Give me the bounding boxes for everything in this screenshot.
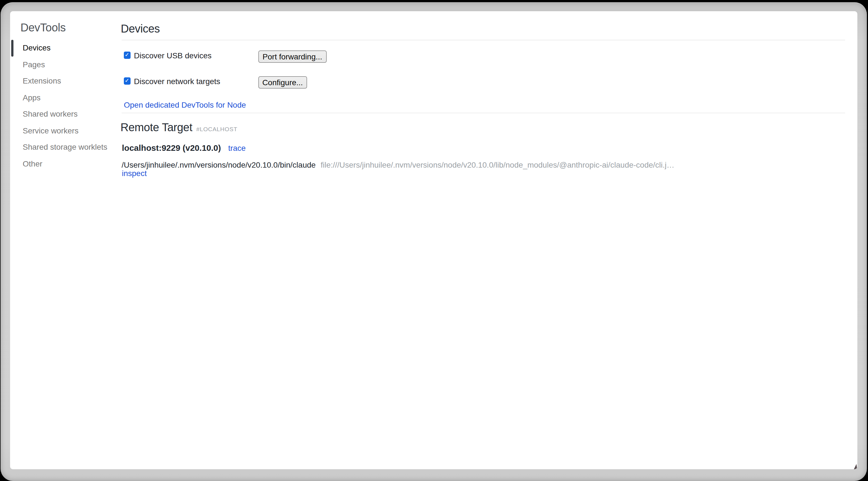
- remote-target-title: Remote Target: [121, 121, 192, 134]
- sidebar-item-extensions[interactable]: Extensions: [23, 75, 61, 86]
- target-path-row: /Users/jinhuilee/.nvm/versions/node/v20.…: [122, 160, 674, 169]
- section-divider: [121, 39, 845, 40]
- devtools-window: DevTools Devices Pages Extensions Apps S…: [10, 11, 857, 469]
- checkmark-icon: ✓: [125, 78, 129, 84]
- sidebar-item-service-workers[interactable]: Service workers: [23, 125, 79, 136]
- discover-usb-label[interactable]: Discover USB devices: [134, 51, 212, 60]
- discover-usb-checkbox[interactable]: ✓: [124, 52, 130, 59]
- localhost-tag: #LOCALHOST: [196, 126, 237, 132]
- trace-link[interactable]: trace: [228, 143, 246, 152]
- resize-cursor-artifact: [853, 464, 857, 469]
- section-divider: [121, 113, 845, 113]
- remote-target-header: Remote Target #LOCALHOST: [121, 121, 237, 134]
- sidebar-item-devices[interactable]: Devices: [23, 42, 51, 53]
- sidebar-title: DevTools: [21, 20, 66, 35]
- port-forwarding-button[interactable]: Port forwarding...: [258, 51, 327, 62]
- checkmark-icon: ✓: [125, 52, 129, 58]
- discover-network-label[interactable]: Discover network targets: [134, 77, 220, 86]
- sidebar-item-shared-workers[interactable]: Shared workers: [23, 108, 78, 119]
- target-name: localhost:9229 (v20.10.0): [122, 143, 221, 152]
- open-node-devtools-link[interactable]: Open dedicated DevTools for Node: [124, 100, 246, 109]
- discover-network-checkbox[interactable]: ✓: [124, 78, 130, 84]
- page-title: Devices: [121, 21, 160, 36]
- sidebar-item-apps[interactable]: Apps: [23, 92, 41, 103]
- module-url: file:///Users/jinhuilee/.nvm/versions/no…: [320, 160, 674, 169]
- configure-button[interactable]: Configure...: [258, 76, 307, 88]
- screen: DevTools Devices Pages Extensions Apps S…: [0, 0, 868, 481]
- target-row: localhost:9229 (v20.10.0) trace: [122, 143, 246, 152]
- process-path: /Users/jinhuilee/.nvm/versions/node/v20.…: [122, 160, 316, 169]
- inspect-link[interactable]: inspect: [122, 169, 147, 178]
- sidebar-item-other[interactable]: Other: [23, 158, 42, 169]
- sidebar-item-shared-storage-worklets[interactable]: Shared storage worklets: [23, 141, 107, 152]
- active-item-indicator: [11, 40, 13, 56]
- sidebar-item-pages[interactable]: Pages: [23, 59, 45, 70]
